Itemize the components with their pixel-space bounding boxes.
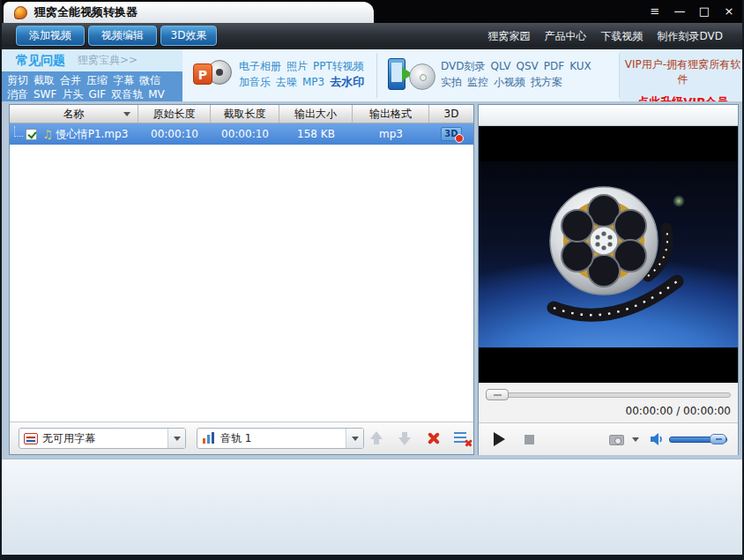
3d-effect-button[interactable]: 3D效果 [160,26,217,46]
col-3d[interactable]: 3D [429,105,473,123]
list-control-strip: 无可用字幕 音轨 1 [10,422,473,454]
faq-link[interactable]: 截取 [33,74,55,86]
faq-link[interactable]: 合并 [60,74,81,86]
tree-branch-icon [14,126,23,137]
move-down-button[interactable] [396,429,413,447]
menu-link-burn-dvd[interactable]: 制作刻录DVD [658,29,723,44]
window-title: 狸窝全能视频转换器 [34,4,138,20]
faq-link[interactable]: MV [148,88,165,101]
film-reel-icon [520,177,696,332]
add-video-button[interactable]: 添加视频 [16,26,85,46]
banner-link[interactable]: 去噪 [276,76,297,88]
audio-track-icon [202,432,216,444]
promo-banner: 常见问题 狸窝宝典>> 剪切截取合并压缩字幕微信 消音SWF片头GIF双音轨MV… [2,49,744,101]
playback-controls [479,422,738,455]
snapshot-icon[interactable] [609,435,624,445]
row-checkbox[interactable] [26,129,37,140]
preview-panel: 00:00:00 / 00:00:00 [478,104,739,455]
ppt-tools-section: P 电子相册照片PPT转视频 加音乐去噪MP3去水印 [182,49,376,101]
banner-link[interactable]: KUX [569,60,591,72]
banner-link[interactable]: 实拍 [441,76,462,88]
col-trim-length[interactable]: 截取长度 [211,105,279,123]
volume-icon[interactable] [650,432,666,446]
output-size-value: 158 KB [279,123,353,145]
sort-arrow-icon[interactable] [123,112,130,116]
volume-handle[interactable] [710,434,726,444]
window-menu-icon[interactable]: ≡ [647,4,663,19]
output-format-value: mp3 [353,123,429,145]
dvd-converter-icon [388,56,435,95]
seek-slider[interactable] [487,392,731,398]
audio-track-dropdown-button[interactable] [346,429,363,448]
time-display: 00:00:00 / 00:00:00 [626,405,731,417]
subtitle-select[interactable]: 无可用字幕 [19,428,186,449]
faq-link[interactable]: SWF [33,88,56,101]
table-row[interactable]: ♫ 慢心情P1.mp3 00:00:10 00:00:10 158 KB mp3… [10,123,473,145]
preview-top-bar [479,105,738,126]
faq-link[interactable]: 压缩 [86,74,108,86]
video-preview [479,126,738,383]
banner-link[interactable]: MP3 [302,76,324,88]
banner-link[interactable]: 监控 [467,76,488,88]
menu-link-download[interactable]: 下载视频 [601,29,644,44]
seek-zone: 00:00:00 / 00:00:00 [479,383,738,422]
main-toolbar: 添加视频 视频编辑 3D效果 狸窝家园 产品中心 下载视频 制作刻录DVD [2,23,744,49]
banner-link[interactable]: 电子相册 [239,60,281,72]
original-length-value: 00:00:10 [138,123,211,145]
3d-disabled-icon[interactable]: 3D [441,127,462,141]
trim-length-value: 00:00:10 [211,123,279,145]
faq-section: 常见问题 狸窝宝典>> 剪切截取合并压缩字幕微信 消音SWF片头GIF双音轨MV [2,49,182,101]
col-output-size[interactable]: 输出大小 [279,105,353,123]
faq-link[interactable]: 消音 [7,88,28,101]
banner-link[interactable]: 小视频 [494,76,525,88]
col-output-format[interactable]: 输出格式 [353,105,429,123]
faq-link[interactable]: GIF [88,88,106,101]
minimize-button[interactable]: — [672,4,688,19]
title-bar: 狸窝全能视频转换器 ≡ — □ × [2,0,744,23]
watermark-remove-link[interactable]: 去水印 [330,75,364,88]
vip-section: VIP用户-拥有狸窝所有软件 点此升级VIP会员 [620,49,744,101]
banner-link[interactable]: QSV [517,60,539,72]
title-tab: 狸窝全能视频转换器 [4,2,374,23]
faq-link[interactable]: 剪切 [7,74,28,86]
move-up-button[interactable] [368,429,385,447]
audio-track-select[interactable]: 音轨 1 [197,428,364,449]
faq-link[interactable]: 片头 [62,88,83,101]
stop-button[interactable] [525,435,534,444]
banner-link[interactable]: 找方案 [531,76,562,88]
video-edit-button[interactable]: 视频编辑 [88,26,157,46]
dvd-tools-section: DVD刻录QLVQSVPDFKUX 实拍监控小视频找方案 [377,49,619,101]
close-button[interactable]: × [721,4,737,19]
play-button[interactable] [494,432,505,446]
banner-link[interactable]: DVD刻录 [441,60,485,72]
table-header: 名称 原始长度 截取长度 输出大小 输出格式 3D [10,105,473,123]
col-name[interactable]: 名称 [10,105,138,123]
delete-button[interactable] [426,430,442,446]
faq-title: 常见问题 [16,53,65,69]
banner-link[interactable]: 加音乐 [239,76,271,88]
faq-links: 剪切截取合并压缩字幕微信 消音SWF片头GIF双音轨MV [2,71,182,101]
app-window: 狸窝全能视频转换器 ≡ — □ × 添加视频 视频编辑 3D效果 狸窝家园 产品… [0,0,744,560]
vip-text: VIP用户-拥有狸窝所有软件 [620,57,744,87]
banner-link[interactable]: PPT转视频 [313,60,364,72]
app-icon [14,6,27,19]
snapshot-dropdown-icon[interactable] [632,437,639,442]
faq-link[interactable]: 微信 [139,74,160,86]
faq-link[interactable]: 双音轨 [111,88,143,101]
file-list-panel: 名称 原始长度 截取长度 输出大小 输出格式 3D ♫ 慢心情P1.mp3 00… [9,104,474,455]
preview-placeholder [479,161,738,347]
maximize-button[interactable]: □ [696,4,712,19]
music-note-icon: ♫ [42,128,53,141]
menu-link-products[interactable]: 产品中心 [545,29,587,44]
banner-link[interactable]: 照片 [286,60,308,72]
banner-link[interactable]: QLV [490,60,510,72]
faq-more-link[interactable]: 狸窝宝典>> [78,53,138,68]
banner-link[interactable]: PDF [544,60,564,72]
subtitle-dropdown-button[interactable] [167,429,185,448]
faq-link[interactable]: 字幕 [113,74,134,86]
menu-link-home[interactable]: 狸窝家园 [488,29,531,44]
subtitle-icon [24,433,38,444]
clear-list-button[interactable] [454,430,472,446]
seek-handle[interactable] [486,389,509,400]
col-original-length[interactable]: 原始长度 [138,105,211,123]
